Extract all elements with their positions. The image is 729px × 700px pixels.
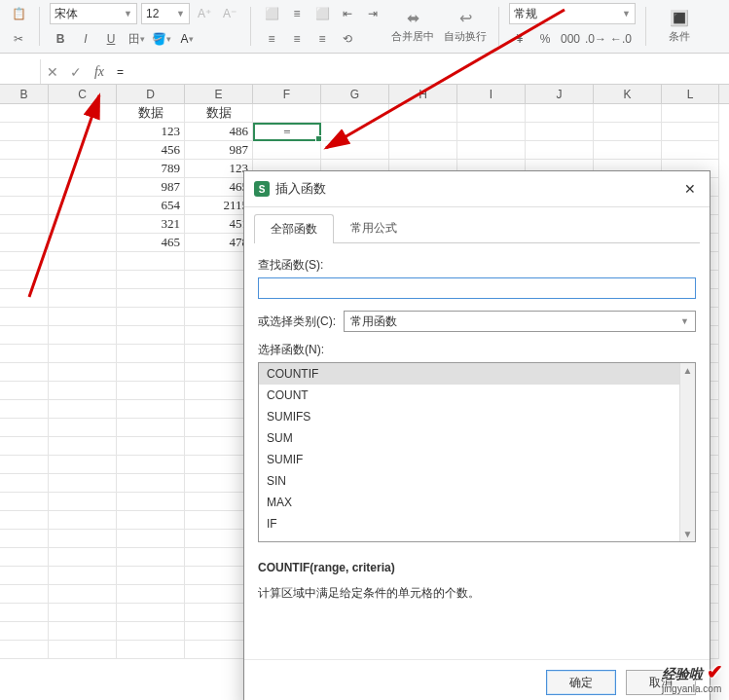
cell[interactable]: 456 [117, 141, 185, 160]
merge-center-button[interactable]: ⬌ 合并居中 [389, 4, 436, 49]
cell[interactable] [49, 585, 117, 604]
fill-color-icon[interactable]: 🪣▾ [151, 28, 172, 50]
cell[interactable] [0, 419, 49, 437]
cell[interactable] [117, 419, 185, 437]
cell[interactable] [49, 400, 117, 419]
align-bottom-icon[interactable]: ⬜ [311, 3, 333, 24]
cell[interactable] [526, 104, 594, 123]
indent-increase-icon[interactable]: ⇥ [362, 3, 383, 24]
cell[interactable] [526, 141, 594, 160]
cell[interactable] [0, 530, 49, 548]
column-header[interactable]: L [662, 85, 719, 103]
accept-formula-icon[interactable]: ✓ [64, 59, 88, 84]
cell[interactable] [117, 382, 185, 400]
cell[interactable] [0, 178, 49, 197]
cell[interactable] [49, 252, 117, 271]
cell[interactable] [49, 641, 117, 659]
cell[interactable] [253, 141, 321, 160]
cell[interactable] [117, 493, 185, 511]
paste-icon[interactable]: 📋 [8, 3, 29, 24]
cell[interactable] [0, 308, 49, 326]
cell[interactable] [49, 141, 117, 160]
cell[interactable] [49, 530, 117, 548]
function-listbox[interactable]: COUNTIFCOUNTSUMIFSSUMSUMIFSINMAXIF ▲ ▼ [258, 362, 696, 542]
cell[interactable] [0, 548, 49, 567]
cell[interactable] [117, 326, 185, 345]
cut-icon[interactable]: ✂ [8, 28, 29, 50]
cell[interactable] [0, 141, 49, 160]
name-box[interactable] [0, 59, 41, 84]
cell[interactable]: 123 [117, 123, 185, 141]
indent-decrease-icon[interactable]: ⇤ [337, 3, 358, 24]
cell[interactable] [0, 474, 49, 493]
function-list-item[interactable]: MAX [259, 492, 695, 513]
tab-all-functions[interactable]: 全部函数 [254, 214, 334, 243]
decrease-decimal-icon[interactable]: ←.0 [610, 28, 632, 50]
cell[interactable] [0, 197, 49, 215]
scroll-up-icon[interactable]: ▲ [683, 365, 693, 376]
underline-button[interactable]: U [100, 28, 122, 50]
function-list-item[interactable]: SUMIF [259, 449, 695, 470]
conditional-format-button[interactable]: 🔳 条件 [656, 4, 703, 49]
cell[interactable] [49, 437, 117, 456]
cell[interactable] [321, 123, 389, 141]
column-header[interactable]: K [594, 85, 662, 103]
cell[interactable] [0, 271, 49, 289]
cell[interactable] [117, 345, 185, 363]
cell[interactable] [117, 604, 185, 622]
cell[interactable] [49, 178, 117, 197]
cell[interactable] [117, 289, 185, 308]
cell[interactable] [49, 622, 117, 641]
cell[interactable]: 987 [185, 141, 253, 160]
border-icon[interactable]: 田▾ [126, 28, 147, 50]
align-middle-icon[interactable]: ≡ [286, 3, 308, 24]
cell[interactable] [457, 104, 526, 123]
cell[interactable]: 987 [117, 178, 185, 197]
cell[interactable] [117, 252, 185, 271]
cell[interactable] [594, 104, 662, 123]
currency-icon[interactable]: ¥ [509, 28, 530, 50]
cell[interactable]: 321 [117, 215, 185, 234]
font-name-select[interactable]: 宋体 ▼ [50, 3, 137, 24]
cell[interactable] [457, 123, 526, 141]
cell[interactable] [117, 585, 185, 604]
number-format-select[interactable]: 常规 ▼ [509, 3, 636, 24]
align-left-icon[interactable]: ≡ [261, 28, 282, 50]
column-header[interactable]: H [389, 85, 457, 103]
cell[interactable] [49, 234, 117, 252]
increase-font-icon[interactable]: A⁺ [194, 3, 215, 24]
cell[interactable] [49, 493, 117, 511]
cell[interactable] [49, 326, 117, 345]
increase-decimal-icon[interactable]: .0→ [585, 28, 606, 50]
cell[interactable] [594, 141, 662, 160]
column-header[interactable]: G [321, 85, 389, 103]
cell[interactable] [49, 215, 117, 234]
cell[interactable] [0, 437, 49, 456]
function-list-item[interactable]: SUM [259, 427, 695, 449]
cell[interactable] [49, 567, 117, 585]
cell[interactable] [253, 104, 321, 123]
italic-button[interactable]: I [75, 28, 96, 50]
cell[interactable] [117, 400, 185, 419]
cell[interactable] [0, 123, 49, 141]
cell[interactable] [662, 141, 719, 160]
cell[interactable] [0, 511, 49, 530]
cell[interactable]: = [253, 123, 321, 141]
cell[interactable] [0, 604, 49, 622]
column-header[interactable]: I [457, 85, 526, 103]
cell[interactable] [117, 548, 185, 567]
cell[interactable] [49, 474, 117, 493]
cell[interactable] [117, 567, 185, 585]
cell[interactable] [0, 641, 49, 659]
cell[interactable]: 486 [185, 123, 253, 141]
cell[interactable] [117, 530, 185, 548]
cell[interactable] [389, 141, 457, 160]
cell[interactable] [49, 548, 117, 567]
column-header[interactable]: J [526, 85, 594, 103]
cell[interactable] [49, 308, 117, 326]
cell[interactable] [117, 474, 185, 493]
cell[interactable]: 654 [117, 197, 185, 215]
cell[interactable] [0, 400, 49, 419]
scroll-down-icon[interactable]: ▼ [683, 529, 693, 539]
cell[interactable] [0, 493, 49, 511]
